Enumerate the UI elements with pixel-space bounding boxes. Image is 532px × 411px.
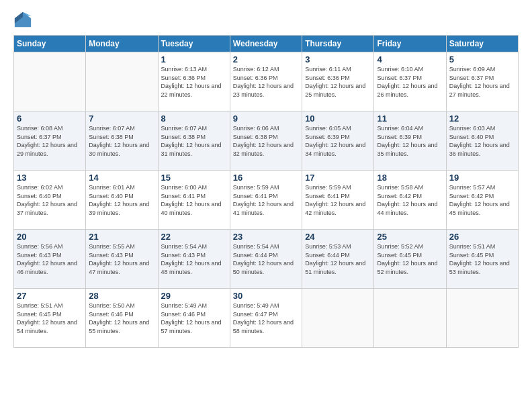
daylight-text: Daylight: 12 hours and 29 minutes.	[17, 141, 83, 158]
sunrise-text: Sunrise: 5:55 AM	[89, 242, 154, 251]
day-cell: 12Sunrise: 6:03 AMSunset: 6:40 PMDayligh…	[446, 111, 518, 171]
day-cell: 11Sunrise: 6:04 AMSunset: 6:39 PMDayligh…	[374, 111, 446, 171]
day-cell: 17Sunrise: 5:59 AMSunset: 6:41 PMDayligh…	[302, 171, 374, 230]
day-cell: 9Sunrise: 6:06 AMSunset: 6:38 PMDaylight…	[230, 111, 302, 171]
day-info: Sunrise: 5:54 AMSunset: 6:44 PMDaylight:…	[233, 242, 299, 276]
sunset-text: Sunset: 6:43 PM	[161, 251, 227, 260]
sunrise-text: Sunrise: 5:58 AM	[377, 183, 443, 192]
daylight-text: Daylight: 12 hours and 45 minutes.	[449, 200, 515, 217]
sunrise-text: Sunrise: 5:57 AM	[449, 183, 515, 192]
day-cell	[86, 52, 158, 111]
logo-icon	[13, 11, 32, 30]
sunset-text: Sunset: 6:40 PM	[449, 133, 515, 142]
day-info: Sunrise: 6:13 AMSunset: 6:36 PMDaylight:…	[161, 65, 227, 99]
day-number: 24	[305, 232, 371, 242]
daylight-text: Daylight: 12 hours and 23 minutes.	[233, 82, 299, 99]
day-info: Sunrise: 6:03 AMSunset: 6:40 PMDaylight:…	[449, 124, 515, 158]
day-number: 1	[161, 54, 227, 64]
day-info: Sunrise: 5:54 AMSunset: 6:43 PMDaylight:…	[161, 242, 227, 276]
day-number: 8	[161, 113, 227, 124]
daylight-text: Daylight: 12 hours and 25 minutes.	[305, 82, 371, 99]
sunrise-text: Sunrise: 5:53 AM	[305, 242, 371, 251]
header-row: SundayMondayTuesdayWednesdayThursdayFrid…	[14, 36, 519, 52]
daylight-text: Daylight: 12 hours and 51 minutes.	[305, 259, 371, 276]
sunrise-text: Sunrise: 6:11 AM	[305, 65, 371, 74]
sunset-text: Sunset: 6:41 PM	[161, 192, 227, 201]
sunset-text: Sunset: 6:40 PM	[89, 192, 154, 201]
day-number: 16	[233, 173, 299, 183]
daylight-text: Daylight: 12 hours and 57 minutes.	[161, 318, 227, 335]
day-number: 20	[17, 232, 83, 242]
day-number: 22	[161, 232, 227, 242]
col-header-friday: Friday	[374, 36, 446, 52]
day-info: Sunrise: 5:50 AMSunset: 6:46 PMDaylight:…	[89, 302, 154, 335]
sunset-text: Sunset: 6:44 PM	[305, 251, 371, 260]
sunset-text: Sunset: 6:37 PM	[377, 74, 443, 83]
sunrise-text: Sunrise: 6:12 AM	[233, 65, 299, 74]
sunrise-text: Sunrise: 6:04 AM	[377, 124, 443, 133]
sunrise-text: Sunrise: 5:51 AM	[449, 242, 515, 251]
day-number: 14	[89, 173, 154, 183]
day-cell	[302, 289, 374, 348]
week-row-1: 1Sunrise: 6:13 AMSunset: 6:36 PMDaylight…	[14, 52, 519, 111]
daylight-text: Daylight: 12 hours and 48 minutes.	[161, 259, 227, 276]
sunrise-text: Sunrise: 6:10 AM	[377, 65, 443, 74]
day-info: Sunrise: 5:59 AMSunset: 6:41 PMDaylight:…	[233, 183, 299, 217]
sunrise-text: Sunrise: 6:00 AM	[161, 183, 227, 192]
day-cell: 10Sunrise: 6:05 AMSunset: 6:39 PMDayligh…	[302, 111, 374, 171]
daylight-text: Daylight: 12 hours and 34 minutes.	[305, 141, 371, 158]
day-info: Sunrise: 5:58 AMSunset: 6:42 PMDaylight:…	[377, 183, 443, 217]
daylight-text: Daylight: 12 hours and 42 minutes.	[305, 200, 371, 217]
sunrise-text: Sunrise: 5:51 AM	[17, 302, 83, 310]
day-cell	[14, 52, 86, 111]
day-info: Sunrise: 6:05 AMSunset: 6:39 PMDaylight:…	[305, 124, 371, 158]
sunset-text: Sunset: 6:43 PM	[17, 251, 83, 260]
sunset-text: Sunset: 6:42 PM	[449, 192, 515, 201]
sunrise-text: Sunrise: 5:49 AM	[233, 302, 299, 310]
day-info: Sunrise: 5:53 AMSunset: 6:44 PMDaylight:…	[305, 242, 371, 276]
sunset-text: Sunset: 6:39 PM	[377, 133, 443, 142]
col-header-saturday: Saturday	[446, 36, 518, 52]
sunrise-text: Sunrise: 5:49 AM	[161, 302, 227, 310]
day-number: 29	[161, 291, 227, 301]
day-cell: 27Sunrise: 5:51 AMSunset: 6:45 PMDayligh…	[14, 289, 86, 348]
daylight-text: Daylight: 12 hours and 35 minutes.	[377, 141, 443, 158]
day-number: 11	[377, 113, 443, 124]
day-cell	[446, 289, 518, 348]
day-cell: 2Sunrise: 6:12 AMSunset: 6:36 PMDaylight…	[230, 52, 302, 111]
week-row-3: 13Sunrise: 6:02 AMSunset: 6:40 PMDayligh…	[14, 171, 519, 230]
daylight-text: Daylight: 12 hours and 39 minutes.	[89, 200, 154, 217]
day-number: 3	[305, 54, 371, 64]
day-info: Sunrise: 5:49 AMSunset: 6:47 PMDaylight:…	[233, 302, 299, 335]
day-cell: 3Sunrise: 6:11 AMSunset: 6:36 PMDaylight…	[302, 52, 374, 111]
day-cell: 14Sunrise: 6:01 AMSunset: 6:40 PMDayligh…	[86, 171, 158, 230]
sunset-text: Sunset: 6:42 PM	[377, 192, 443, 201]
day-info: Sunrise: 5:49 AMSunset: 6:46 PMDaylight:…	[161, 302, 227, 335]
day-number: 7	[89, 113, 154, 124]
daylight-text: Daylight: 12 hours and 46 minutes.	[17, 259, 83, 276]
day-cell: 21Sunrise: 5:55 AMSunset: 6:43 PMDayligh…	[86, 230, 158, 289]
day-number: 4	[377, 54, 443, 64]
day-cell: 18Sunrise: 5:58 AMSunset: 6:42 PMDayligh…	[374, 171, 446, 230]
sunset-text: Sunset: 6:38 PM	[89, 133, 154, 142]
day-cell: 29Sunrise: 5:49 AMSunset: 6:46 PMDayligh…	[158, 289, 230, 348]
sunrise-text: Sunrise: 6:02 AM	[17, 183, 83, 192]
sunset-text: Sunset: 6:47 PM	[233, 310, 299, 319]
day-info: Sunrise: 5:55 AMSunset: 6:43 PMDaylight:…	[89, 242, 154, 276]
sunset-text: Sunset: 6:45 PM	[377, 251, 443, 260]
day-number: 23	[233, 232, 299, 242]
day-info: Sunrise: 6:07 AMSunset: 6:38 PMDaylight:…	[161, 124, 227, 158]
day-number: 28	[89, 291, 154, 301]
sunrise-text: Sunrise: 5:52 AM	[377, 242, 443, 251]
day-info: Sunrise: 6:02 AMSunset: 6:40 PMDaylight:…	[17, 183, 83, 217]
sunset-text: Sunset: 6:41 PM	[305, 192, 371, 201]
daylight-text: Daylight: 12 hours and 41 minutes.	[233, 200, 299, 217]
sunrise-text: Sunrise: 6:07 AM	[161, 124, 227, 133]
day-cell: 24Sunrise: 5:53 AMSunset: 6:44 PMDayligh…	[302, 230, 374, 289]
day-info: Sunrise: 6:01 AMSunset: 6:40 PMDaylight:…	[89, 183, 154, 217]
day-info: Sunrise: 5:51 AMSunset: 6:45 PMDaylight:…	[449, 242, 515, 276]
day-number: 12	[449, 113, 515, 124]
daylight-text: Daylight: 12 hours and 26 minutes.	[377, 82, 443, 99]
sunset-text: Sunset: 6:43 PM	[89, 251, 154, 260]
col-header-tuesday: Tuesday	[158, 36, 230, 52]
